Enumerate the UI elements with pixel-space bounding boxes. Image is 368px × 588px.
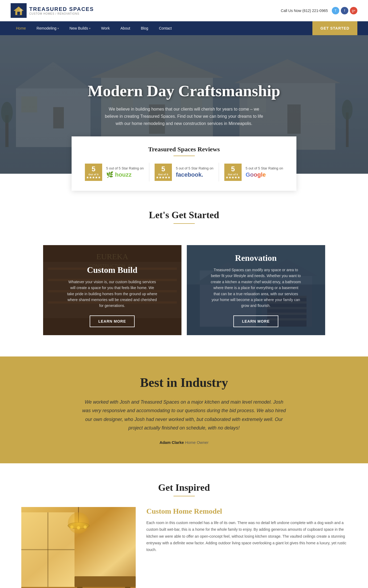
custom-build-btn[interactable]: LEARN MORE	[90, 315, 134, 327]
google-platform: Google	[246, 171, 283, 178]
custom-build-content: Custom Build Whatever your vision is, ou…	[59, 257, 166, 335]
reviews-section: Treasured Spaces Reviews 5 Out of 5 ★★★★…	[72, 136, 296, 191]
inspired-subtitle: Custom Home Remodel	[146, 507, 347, 516]
inspired-section: Get Inspired	[0, 463, 368, 588]
site-tagline: CUSTOM HOMES / RENOVATIONS	[29, 12, 94, 15]
facebook-text: 5 out of 5 Star Rating on facebook.	[176, 166, 213, 178]
top-right: Call Us Now (612) 221-0965 T f g+	[281, 7, 357, 14]
best-section: Best in Industry We worked with Josh and…	[0, 356, 368, 464]
testimonial-text: We worked with Josh and Treasured Spaces…	[80, 398, 288, 432]
logo-icon	[11, 3, 27, 18]
svg-rect-2	[20, 9, 22, 11]
inspired-desc: Each room in this custom remodel has a l…	[146, 520, 347, 553]
facebook-sub: Out of 5	[158, 173, 168, 176]
custom-build-title: Custom Build	[67, 265, 158, 275]
facebook-label: 5 out of 5 Star Rating on	[176, 166, 213, 170]
inspired-divider	[173, 496, 195, 496]
logo-text: TREASURED SPACES CUSTOM HOMES / RENOVATI…	[29, 6, 94, 15]
houzz-stars: ★★★★★	[86, 176, 101, 179]
nav-remodeling[interactable]: Remodeling ▾	[31, 21, 64, 35]
best-title: Best in Industry	[40, 375, 328, 390]
social-icons: T f g+	[332, 7, 357, 14]
nav-about[interactable]: About	[115, 21, 136, 35]
google-stars: ★★★★★	[226, 176, 240, 179]
google-rating: 5	[231, 165, 235, 173]
nav-items: Home Remodeling ▾ New Builds ▾ Work Abou…	[11, 21, 312, 35]
inspired-title-area: Get Inspired	[21, 482, 347, 496]
lets-start-section: Let's Get Started	[0, 191, 368, 234]
phone-number: Call Us Now (612) 221-0965	[281, 9, 328, 13]
svg-point-56	[84, 525, 87, 529]
google-sub: Out of 5	[228, 173, 238, 176]
nav-bar: Home Remodeling ▾ New Builds ▾ Work Abou…	[0, 21, 368, 35]
renovation-card: Renovation Treasured Spaces can modify a…	[187, 245, 325, 335]
inspired-title: Get Inspired	[21, 482, 347, 493]
houzz-text: 5 out of 5 Star Rating on 🌿 houzz	[106, 166, 144, 178]
review-google: 5 Out of 5 ★★★★★ 5 out of 5 Star Rating …	[224, 164, 283, 181]
logo: TREASURED SPACES CUSTOM HOMES / RENOVATI…	[11, 3, 94, 18]
review-divider-1	[149, 163, 149, 181]
nav-new-builds[interactable]: New Builds ▾	[64, 21, 96, 35]
svg-point-55	[77, 526, 80, 529]
facebook-badge: 5 Out of 5 ★★★★★	[155, 164, 172, 181]
custom-build-desc: Whatever your vision is, our custom buil…	[67, 279, 158, 309]
inspired-text-area: Custom Home Remodel Each room in this cu…	[146, 507, 347, 553]
lets-start-divider	[173, 223, 195, 224]
svg-point-54	[70, 525, 73, 529]
hero-content: Modern Day Craftsmanship We believe in b…	[35, 82, 333, 127]
inspired-grid: Custom Home Remodel Each room in this cu…	[21, 507, 347, 588]
review-facebook: 5 Out of 5 ★★★★★ 5 out of 5 Star Rating …	[155, 164, 213, 181]
renovation-content: Renovation Treasured Spaces can modify a…	[203, 245, 309, 335]
renovation-title: Renovation	[211, 253, 301, 263]
nav-contact[interactable]: Contact	[154, 21, 177, 35]
review-houzz: 5 Out of 5 ★★★★★ 5 out of 5 Star Rating …	[85, 164, 144, 181]
svg-point-53	[68, 522, 89, 529]
custom-build-card: EUREKA CONSTRUCTION, INC Custom Build Wh…	[43, 245, 181, 335]
houzz-badge: 5 Out of 5 ★★★★★	[85, 164, 102, 181]
dropdown-arrow: ▾	[89, 27, 90, 30]
site-name: TREASURED SPACES	[29, 6, 94, 12]
svg-rect-1	[17, 12, 20, 15]
facebook-icon[interactable]: f	[341, 7, 348, 14]
svg-rect-59	[125, 587, 130, 588]
facebook-stars: ★★★★★	[156, 176, 171, 179]
twitter-icon[interactable]: T	[332, 7, 339, 14]
dropdown-arrow: ▾	[57, 27, 59, 30]
testimonial-author: Adam Clarke Home Owner	[40, 440, 328, 445]
cards-section: EUREKA CONSTRUCTION, INC Custom Build Wh…	[0, 234, 368, 346]
reviews-divider	[173, 156, 195, 156]
houzz-label: 5 out of 5 Star Rating on	[106, 166, 144, 170]
nav-work[interactable]: Work	[96, 21, 115, 35]
nav-home[interactable]: Home	[11, 21, 31, 35]
houzz-rating: 5	[92, 165, 95, 173]
get-started-button[interactable]: GET STARTED	[312, 21, 357, 35]
renovation-btn[interactable]: LEARN MORE	[233, 315, 278, 327]
nav-blog[interactable]: Blog	[135, 21, 154, 35]
author-role: Home Owner	[185, 440, 208, 445]
hero-description: We believe in building homes that our cl…	[102, 106, 267, 127]
facebook-rating: 5	[161, 165, 165, 173]
reviews-grid: 5 Out of 5 ★★★★★ 5 out of 5 Star Rating …	[85, 163, 283, 181]
inspired-image	[21, 507, 136, 588]
svg-rect-57	[75, 576, 136, 587]
google-icon[interactable]: g+	[350, 7, 357, 14]
houzz-sub: Out of 5	[89, 173, 99, 176]
google-label: 5 out of 5 Star Rating on	[246, 166, 283, 170]
review-divider-2	[219, 163, 219, 181]
lets-start-title: Let's Get Started	[11, 209, 357, 221]
renovation-desc: Treasured Spaces can modify any space or…	[211, 267, 301, 309]
top-bar: TREASURED SPACES CUSTOM HOMES / RENOVATI…	[0, 0, 368, 21]
reviews-title: Treasured Spaces Reviews	[85, 146, 283, 153]
hero-title: Modern Day Craftsmanship	[88, 82, 280, 100]
google-badge: 5 Out of 5 ★★★★★	[224, 164, 242, 181]
google-text: 5 out of 5 Star Rating on Google	[246, 166, 283, 178]
houzz-platform: 🌿 houzz	[106, 171, 144, 178]
author-name: Adam Clarke	[159, 440, 184, 445]
facebook-platform: facebook.	[176, 171, 213, 178]
svg-rect-58	[77, 587, 82, 588]
